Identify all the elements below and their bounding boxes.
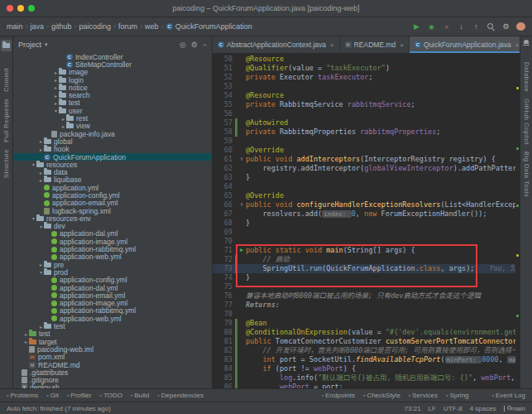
run-icon[interactable]: ▶ [237, 246, 246, 255]
code-line[interactable]: 67 resolvers.add(index: 0, new ForumExce… [213, 209, 520, 219]
close-window-icon[interactable] [7, 5, 13, 12]
tree-item[interactable]: application-image.yml [13, 238, 212, 245]
select-opened-file-icon[interactable]: ◎ [180, 41, 186, 49]
code-line[interactable]: 77Returns: [213, 301, 520, 310]
tree-item[interactable]: application-email.yml [13, 291, 212, 299]
tree-item[interactable]: ▸test [13, 330, 212, 338]
git-update-icon[interactable]: ↓ [457, 22, 466, 31]
editor-tab[interactable]: CAbstractApplicationContext.java× [213, 36, 340, 53]
code-line[interactable]: 72 // 启动 [213, 255, 520, 264]
tree-item[interactable]: ▸hook [13, 146, 212, 153]
status-widget[interactable]: UTF-8 [443, 405, 463, 412]
play-icon[interactable]: ▶ [412, 22, 421, 31]
tree-item[interactable]: ▸search [13, 91, 212, 99]
tree-item[interactable]: CQuickForumApplication [13, 153, 212, 161]
code-line[interactable]: 79@Bean [213, 319, 520, 328]
code-line[interactable]: 62 registry.addInterceptor(globalViewInt… [213, 164, 520, 173]
chevron-down-icon[interactable]: ▾ [53, 108, 59, 113]
maximize-window-icon[interactable] [28, 5, 35, 12]
tool-window-button[interactable]: Event Log [492, 392, 525, 399]
tree-item[interactable]: ▾resources [13, 161, 212, 168]
code-line[interactable]: 54@Resource [213, 91, 520, 100]
tree-item[interactable]: MREADME.md [13, 361, 212, 368]
tree-item[interactable]: ▾resources-env [13, 214, 212, 222]
chevron-right-icon[interactable]: ▸ [38, 177, 44, 183]
tool-stripe-label[interactable]: Big Data Tools [523, 152, 530, 197]
close-icon[interactable]: × [400, 41, 404, 49]
tree-item[interactable]: application-rabbitmq.yml [13, 307, 212, 315]
tree-item[interactable]: ▸notice [13, 84, 212, 91]
code-line[interactable]: 86 webPort = port; [213, 383, 520, 388]
tree-item[interactable]: ▸data [13, 168, 212, 176]
tool-window-button[interactable]: Problems [7, 392, 38, 399]
breadcrumb-item[interactable]: paicoding [79, 22, 112, 31]
editor-error-stripe[interactable] [515, 54, 520, 388]
chevron-right-icon[interactable]: ▸ [53, 84, 59, 90]
code-line[interactable]: 50@Resource [213, 55, 520, 64]
code-line[interactable]: 85 log.info("默认端口号{}被占用, 随机启用新端口号: {}", … [213, 373, 520, 383]
tree-item[interactable]: package-info.java [13, 130, 212, 137]
chevron-down-icon[interactable]: ▾ [38, 224, 44, 229]
tool-window-button[interactable]: Build [131, 392, 149, 399]
code-line[interactable]: 58private RabbitmqProperties rabbitmqPro… [213, 128, 520, 137]
code-line[interactable]: 52private Executor taskExecutor; [213, 73, 520, 82]
tool-window-button[interactable]: Profiler [67, 392, 92, 399]
minimize-window-icon[interactable] [17, 5, 24, 12]
code-line[interactable]: 66↑public void configureHandlerException… [213, 200, 520, 209]
tree-item[interactable]: CIndexController [13, 53, 212, 60]
tool-window-button[interactable]: TODO [100, 392, 122, 399]
tool-window-button[interactable]: Services [409, 392, 438, 399]
tool-stripe-label[interactable]: GitHub Copilot [523, 99, 530, 145]
code-line[interactable]: 74} [213, 273, 520, 282]
tree-item[interactable]: .gitattributes [13, 368, 212, 376]
editor-tab[interactable]: MREADME.md× [340, 36, 410, 53]
tree-item[interactable]: ▸liquibase [13, 176, 212, 184]
tree-item[interactable]: .gitignore [13, 376, 212, 383]
code-line[interactable]: 55private RabbitmqService rabbitmqServic… [213, 100, 520, 109]
notifications-bell-icon[interactable] [524, 40, 529, 44]
code-line[interactable]: 56 [213, 109, 520, 118]
tree-item[interactable]: ▸target [13, 338, 212, 345]
chevron-right-icon[interactable]: ▸ [23, 339, 29, 344]
tree-item[interactable]: ▾prod [13, 268, 212, 276]
chevron-right-icon[interactable]: ▸ [38, 170, 44, 176]
tree-item[interactable]: application-web.yml [13, 315, 212, 322]
code-line[interactable]: 81public TomcatConnectorCustomizer custo… [213, 337, 520, 346]
chevron-right-icon[interactable]: ▸ [38, 262, 44, 267]
code-line[interactable]: 69 [213, 228, 520, 237]
status-widget[interactable]: 4 spaces [470, 405, 496, 412]
tree-item[interactable]: application-dal.yml [13, 230, 212, 238]
tree-item[interactable]: logback-spring.xml [13, 207, 212, 214]
chevron-down-icon[interactable]: ▾ [31, 215, 36, 221]
chevron-down-icon[interactable]: ▾ [31, 161, 36, 167]
code-line[interactable]: 84 if (port != webPort) { [213, 364, 520, 373]
code-line[interactable]: 64 [213, 182, 520, 191]
close-icon[interactable]: × [330, 41, 334, 49]
code-line[interactable]: 80@ConditionalOnExpression(value = "#{'d… [213, 328, 520, 337]
tree-item[interactable]: ▸image [13, 69, 212, 76]
tree-item[interactable]: ▸pre [13, 261, 212, 268]
chevron-right-icon[interactable]: ▸ [53, 77, 59, 83]
close-icon[interactable]: × [515, 41, 520, 49]
tree-item[interactable]: ▸login [13, 76, 212, 84]
tree-item[interactable]: application-email.yml [13, 200, 212, 207]
chevron-right-icon[interactable]: ▸ [53, 100, 59, 106]
code-line[interactable]: 68} [213, 219, 520, 228]
tool-stripe-label[interactable]: Pull Requests [2, 99, 10, 142]
chevron-down-icon[interactable]: ▾ [38, 269, 44, 275]
breadcrumb-item[interactable]: main [7, 22, 23, 31]
breadcrumb-item[interactable]: github [51, 22, 72, 31]
chevron-down-icon[interactable]: ▾ [45, 41, 48, 48]
tree-item[interactable]: application-config.yml [13, 277, 212, 284]
chevron-right-icon[interactable]: ▸ [53, 70, 59, 75]
tree-item[interactable]: ▸test [13, 322, 212, 330]
tree-item[interactable]: application-web.yml [13, 253, 212, 261]
code-line[interactable]: 57@Autowired [213, 118, 520, 128]
tree-item[interactable]: application-dal.yml [13, 284, 212, 291]
tool-stripe-label[interactable]: Database [523, 62, 530, 92]
breadcrumb-item[interactable]: web [145, 22, 159, 31]
code-line[interactable]: 60@Override [213, 146, 520, 155]
code-line[interactable]: 82 // 开发环境时，首先判断8080端口是否可用; 可用则直接使用即可，否则… [213, 346, 520, 355]
override-icon[interactable]: ↑ [237, 200, 246, 209]
tool-window-button[interactable]: Dependencies [157, 392, 204, 399]
